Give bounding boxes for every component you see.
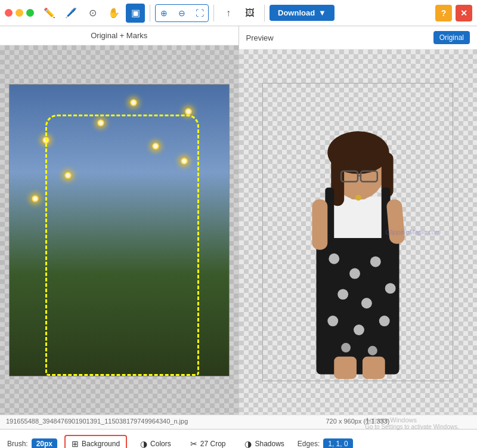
svg-rect-53 [363, 357, 385, 379]
svg-point-39 [368, 346, 377, 356]
background-tool-button[interactable]: ⊞ Background [64, 435, 127, 449]
toolbar-divider-2 [213, 5, 214, 21]
svg-point-34 [385, 283, 396, 293]
left-panel: Original + Marks [0, 26, 239, 415]
hand-tool-button[interactable]: ✋ [104, 4, 123, 23]
shadows-tool-button[interactable]: ◑ Shadows [238, 436, 290, 449]
zoom-in-button[interactable]: ⊕ [156, 5, 172, 21]
shadows-label: Shadows [255, 440, 284, 448]
minimize-window-button[interactable] [16, 9, 23, 17]
crop-label: 27 Crop [200, 440, 226, 448]
shadows-icon: ◑ [244, 439, 252, 449]
svg-point-36 [354, 325, 364, 335]
zoom-out-button[interactable]: ⊖ [174, 5, 190, 21]
colors-tool-button[interactable]: ◑ Colors [134, 436, 177, 449]
colors-label: Colors [150, 440, 171, 448]
crop-tool-button[interactable]: ✂ 27 Crop [184, 436, 232, 449]
svg-point-54 [355, 194, 361, 200]
brush-label: Brush: [7, 440, 28, 448]
right-panel: Preview Original [239, 26, 478, 415]
window-controls [5, 9, 34, 17]
status-left: 191655488_3948476901901391_1150381797499… [0, 415, 238, 429]
activate-windows-watermark: Activate Windows Go to Settings to activ… [365, 416, 459, 430]
preview-canvas-area[interactable]: ClippingMagic.com [239, 50, 478, 415]
original-photo [9, 84, 230, 376]
download-button[interactable]: Download ▼ [270, 5, 334, 21]
help-button[interactable]: ? [435, 5, 452, 21]
rotate-up-button[interactable]: ↑ [219, 4, 238, 23]
main-toolbar: ✏️ 🖊️ ⊙ ✋ ▣ ⊕ ⊖ ⛶ ↑ 🖼 Download ▼ ? ✕ [0, 0, 477, 26]
preview-image-wrapper: ClippingMagic.com [262, 83, 453, 381]
toolbar-divider-1 [150, 5, 150, 21]
pencil-tool-button[interactable]: ✏️ [40, 4, 59, 23]
lasso-tool-button[interactable]: ⊙ [83, 4, 102, 23]
svg-point-33 [361, 298, 372, 308]
edges-value-badge: 1, 1, 0 [323, 438, 352, 449]
original-tag-button[interactable]: Original [433, 31, 470, 44]
brush-size-badge: 20px [32, 438, 57, 449]
svg-point-35 [328, 316, 339, 326]
background-icon: ⊞ [72, 439, 79, 449]
watermark: ClippingMagic.com [385, 228, 441, 236]
download-arrow-icon: ▼ [318, 8, 326, 17]
zoom-controls: ⊕ ⊖ ⛶ [155, 4, 209, 22]
brush-group: Brush: 20px [7, 438, 57, 449]
svg-point-37 [379, 316, 390, 326]
bottom-toolbar: Brush: 20px ⊞ Background ◑ Colors ✂ 27 C… [0, 429, 477, 448]
download-label: Download [278, 8, 315, 17]
svg-point-31 [370, 257, 381, 267]
maximize-window-button[interactable] [26, 9, 34, 17]
close-window-button[interactable] [5, 9, 13, 17]
toolbar-left-group: ✏️ 🖊️ ⊙ ✋ ▣ ⊕ ⊖ ⛶ ↑ 🖼 Download ▼ [5, 4, 334, 23]
svg-point-30 [349, 268, 360, 279]
original-image-container [6, 51, 233, 409]
svg-rect-50 [312, 199, 328, 249]
main-content-area: Original + Marks [0, 26, 477, 415]
highlighter-tool-button[interactable]: 🖊️ [61, 4, 80, 23]
original-canvas-area[interactable] [0, 45, 238, 415]
svg-point-29 [329, 254, 340, 264]
right-panel-header: Preview Original [239, 26, 478, 50]
cursor-tool-button[interactable]: ▣ [126, 4, 145, 23]
background-label: Background [82, 440, 120, 448]
photo-background [10, 85, 229, 376]
left-panel-header: Original + Marks [0, 26, 238, 45]
right-panel-title: Preview [246, 33, 274, 42]
close-app-button[interactable]: ✕ [456, 5, 472, 21]
edges-group: Edges: 1, 1, 0 [298, 438, 353, 449]
svg-point-38 [341, 343, 351, 353]
toolbar-right-group: ? ✕ [435, 5, 472, 21]
edges-label: Edges: [298, 440, 320, 448]
crop-icon: ✂ [190, 439, 197, 449]
toolbar-divider-3 [264, 5, 265, 21]
image-view-button[interactable]: 🖼 [240, 4, 259, 23]
left-panel-title: Original + Marks [91, 31, 147, 40]
fit-view-button[interactable]: ⛶ [191, 5, 208, 21]
svg-rect-28 [317, 238, 399, 375]
filename-label: 191655488_3948476901901391_1150381797499… [6, 418, 188, 425]
svg-rect-52 [334, 357, 357, 379]
colors-icon: ◑ [140, 439, 147, 449]
svg-point-32 [337, 289, 348, 299]
